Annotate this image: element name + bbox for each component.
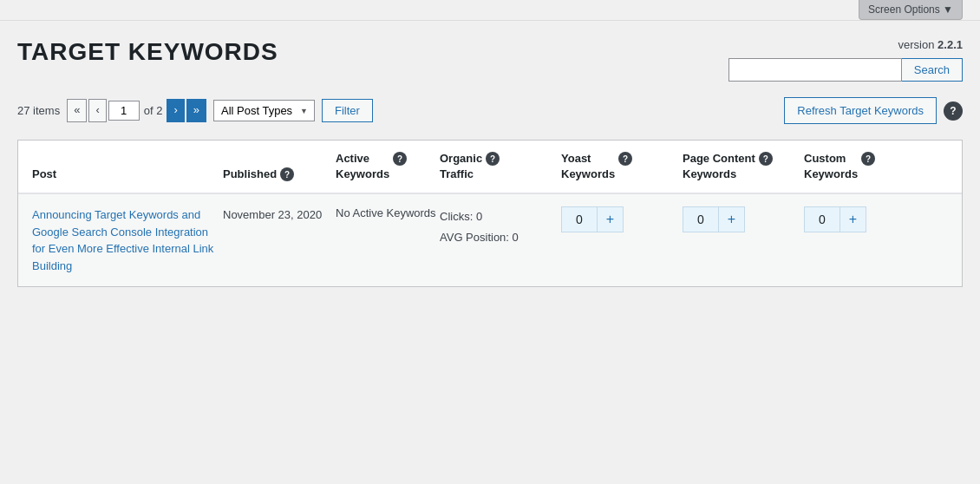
items-count: 27 items xyxy=(17,104,60,117)
toolbar-right: Refresh Target Keywords ? xyxy=(784,97,963,124)
col-header-active-keywords: ActiveKeywords ? xyxy=(336,151,440,182)
version-text: version 2.2.1 xyxy=(898,38,963,51)
page-content-counter: 0 + xyxy=(683,206,745,232)
active-keywords-help-icon[interactable]: ? xyxy=(393,152,407,166)
table-cell-post: Announcing Target Keywords and Google Se… xyxy=(32,206,223,274)
table-cell-page-content-keywords: 0 + xyxy=(683,206,804,232)
pagination-next-button[interactable]: › xyxy=(167,99,184,121)
post-type-select[interactable]: All Post Types Posts Pages xyxy=(213,100,315,121)
chevron-down-icon: ▼ xyxy=(943,3,953,16)
page-title: TARGET KEYWORDS xyxy=(17,38,278,66)
refresh-target-keywords-button[interactable]: Refresh Target Keywords xyxy=(784,97,937,124)
col-header-published: Published ? xyxy=(223,167,336,182)
table-row: Announcing Target Keywords and Google Se… xyxy=(18,194,962,286)
table-cell-published: November 23, 2020 xyxy=(223,206,336,224)
table-cell-organic-traffic: Clicks: 0 AVG Position: 0 xyxy=(440,206,561,247)
avg-position-stat: AVG Position: 0 xyxy=(440,227,561,247)
search-row: Search xyxy=(728,58,963,82)
page-content-help-icon[interactable]: ? xyxy=(759,152,773,166)
toolbar-left: 27 items « ‹ of 2 › » All Post Types Pos… xyxy=(17,99,373,122)
table-cell-yoast-keywords: 0 + xyxy=(561,206,683,232)
clicks-stat: Clicks: 0 xyxy=(440,206,561,226)
col-header-post: Post xyxy=(32,167,223,182)
page-content-counter-add-button[interactable]: + xyxy=(718,207,744,232)
organic-traffic-help-icon[interactable]: ? xyxy=(486,152,500,166)
pagination-last-button[interactable]: » xyxy=(186,99,206,121)
screen-options-button[interactable]: Screen Options ▼ xyxy=(859,0,963,20)
published-help-icon[interactable]: ? xyxy=(280,167,294,181)
page-content-counter-value: 0 xyxy=(683,207,718,232)
page-number-input[interactable] xyxy=(108,101,140,121)
col-header-yoast-keywords: YoastKeywords ? xyxy=(561,151,683,182)
top-bar: Screen Options ▼ xyxy=(0,0,980,21)
col-header-custom-keywords: CustomKeywords ? xyxy=(804,151,925,182)
custom-counter: 0 + xyxy=(804,206,866,232)
col-header-page-content-keywords: Page ContentKeywords ? xyxy=(683,151,804,182)
yoast-counter-value: 0 xyxy=(562,207,597,232)
page-header: TARGET KEYWORDS version 2.2.1 Search xyxy=(0,21,980,90)
search-button[interactable]: Search xyxy=(902,58,963,82)
table-cell-active-keywords: No Active Keywords xyxy=(336,206,440,219)
yoast-counter: 0 + xyxy=(561,206,624,232)
col-header-organic-traffic: OrganicTraffic ? xyxy=(440,151,561,182)
yoast-counter-add-button[interactable]: + xyxy=(597,207,623,232)
main-table: Post Published ? ActiveKeywords ? Organi… xyxy=(17,140,963,287)
table-header: Post Published ? ActiveKeywords ? Organi… xyxy=(18,141,962,193)
organic-traffic-stats: Clicks: 0 AVG Position: 0 xyxy=(440,206,561,247)
pagination-prev-button[interactable]: ‹ xyxy=(88,99,106,121)
custom-counter-value: 0 xyxy=(805,207,840,232)
post-title-link[interactable]: Announcing Target Keywords and Google Se… xyxy=(32,208,213,272)
published-date: November 23, 2020 xyxy=(223,208,322,221)
filter-button[interactable]: Filter xyxy=(322,99,373,122)
no-active-keywords-label: No Active Keywords xyxy=(336,206,436,219)
table-cell-custom-keywords: 0 + xyxy=(804,206,925,232)
toolbar-row: 27 items « ‹ of 2 › » All Post Types Pos… xyxy=(0,90,980,131)
help-button[interactable]: ? xyxy=(944,101,963,121)
pagination: « ‹ of 2 › » xyxy=(67,99,206,121)
pagination-first-button[interactable]: « xyxy=(67,99,87,121)
custom-counter-add-button[interactable]: + xyxy=(840,207,866,232)
post-type-select-wrapper: All Post Types Posts Pages xyxy=(213,100,315,121)
of-pages-label: of 2 xyxy=(144,104,163,117)
custom-keywords-help-icon[interactable]: ? xyxy=(861,152,875,166)
header-right: version 2.2.1 Search xyxy=(728,38,963,82)
search-input[interactable] xyxy=(728,58,902,82)
yoast-keywords-help-icon[interactable]: ? xyxy=(618,152,632,166)
